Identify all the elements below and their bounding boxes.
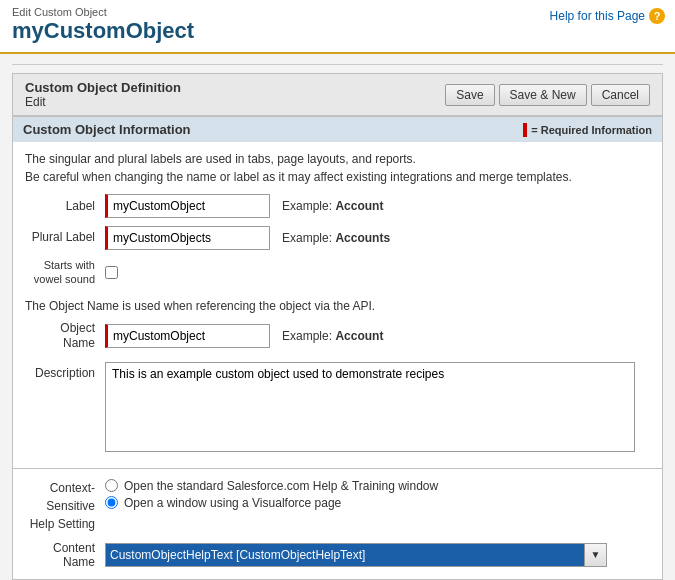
- radio-option-2[interactable]: Open a window using a Visualforce page: [105, 496, 438, 510]
- label-row: Label Example: Account: [25, 194, 650, 218]
- section-header: Custom Object Information = Required Inf…: [13, 117, 662, 142]
- context-section: Context-Sensitive Help Setting Open the …: [12, 469, 663, 580]
- page-header: Edit Custom Object myCustomObject Help f…: [0, 0, 675, 54]
- form-header: Custom Object Definition Edit Save Save …: [12, 73, 663, 116]
- plural-label-input[interactable]: [105, 226, 270, 250]
- object-name-input[interactable]: [105, 324, 270, 348]
- context-help-label: Context-Sensitive Help Setting: [25, 479, 105, 533]
- save-button[interactable]: Save: [445, 84, 494, 106]
- content-name-label: Content Name: [25, 541, 105, 569]
- description-row: Description: [25, 362, 650, 452]
- form-header-title: Custom Object Definition Edit: [25, 80, 181, 109]
- section-body: The singular and plural labels are used …: [13, 142, 662, 468]
- label-example: Example: Account: [282, 199, 383, 213]
- context-help-row: Context-Sensitive Help Setting Open the …: [25, 479, 650, 533]
- label-field-label: Label: [25, 198, 105, 215]
- content-area: Custom Object Definition Edit Save Save …: [0, 54, 675, 580]
- required-bar: [523, 123, 527, 137]
- description-input[interactable]: [105, 362, 635, 452]
- top-divider: [12, 64, 663, 65]
- radio-option-1-label: Open the standard Salesforce.com Help & …: [124, 479, 438, 493]
- radio-option-1[interactable]: Open the standard Salesforce.com Help & …: [105, 479, 438, 493]
- label-field-group: Example: Account: [105, 194, 383, 218]
- plural-label-field-group: Example: Accounts: [105, 226, 390, 250]
- object-name-row: Object Name Example: Account: [25, 321, 650, 352]
- info-text-1: The singular and plural labels are used …: [25, 150, 650, 186]
- starts-with-field: [105, 266, 118, 279]
- form-definition-title: Custom Object Definition: [25, 80, 181, 95]
- plural-label-label: Plural Label: [25, 230, 105, 246]
- radio-visualforce[interactable]: [105, 496, 118, 509]
- starts-with-label: Starts with vowel sound: [25, 258, 105, 287]
- help-link-text: Help for this Page: [550, 9, 645, 23]
- custom-object-section: Custom Object Information = Required Inf…: [12, 116, 663, 469]
- form-header-buttons: Save Save & New Cancel: [445, 84, 650, 106]
- radio-option-2-label: Open a window using a Visualforce page: [124, 496, 341, 510]
- plural-label-example: Example: Accounts: [282, 231, 390, 245]
- starts-with-checkbox[interactable]: [105, 266, 118, 279]
- content-name-select-container: CustomObjectHelpText [CustomObjectHelpTe…: [105, 543, 607, 567]
- content-name-row: Content Name CustomObjectHelpText [Custo…: [25, 541, 650, 569]
- starts-with-row: Starts with vowel sound: [25, 258, 650, 287]
- object-name-field-group: Example: Account: [105, 324, 383, 348]
- content-name-select[interactable]: CustomObjectHelpText [CustomObjectHelpTe…: [105, 543, 585, 567]
- help-link[interactable]: Help for this Page ?: [550, 8, 665, 24]
- radio-standard[interactable]: [105, 479, 118, 492]
- form-definition-subtitle: Edit: [25, 95, 181, 109]
- cancel-button[interactable]: Cancel: [591, 84, 650, 106]
- save-new-button[interactable]: Save & New: [499, 84, 587, 106]
- required-text: = Required Information: [531, 124, 652, 136]
- select-arrow-icon[interactable]: ▼: [585, 543, 607, 567]
- label-input[interactable]: [105, 194, 270, 218]
- description-label: Description: [25, 362, 105, 380]
- context-help-options: Open the standard Salesforce.com Help & …: [105, 479, 438, 510]
- plural-label-row: Plural Label Example: Accounts: [25, 226, 650, 250]
- api-info-text: The Object Name is used when referencing…: [25, 297, 650, 315]
- help-icon: ?: [649, 8, 665, 24]
- required-legend: = Required Information: [523, 123, 652, 137]
- object-name-label: Object Name: [25, 321, 105, 352]
- section-title: Custom Object Information: [23, 122, 191, 137]
- object-name-example: Example: Account: [282, 329, 383, 343]
